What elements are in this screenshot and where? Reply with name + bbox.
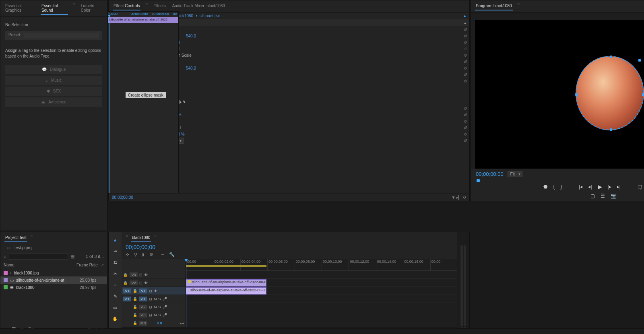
track-label[interactable]: A2 (139, 305, 147, 309)
position-y[interactable]: 540.0 (186, 34, 206, 38)
tag-ambience-button[interactable]: ⛰Ambience (5, 97, 102, 107)
bin-icon[interactable]: ▤ (70, 254, 74, 259)
tab-essential-graphics[interactable]: Essential Graphics (4, 2, 36, 15)
tab-audio-mixer[interactable]: Audio Track Mixer: black1080 (171, 2, 226, 10)
src-v1[interactable]: V1 (123, 289, 131, 293)
track-a2[interactable]: 🔒A2⊟MS🎤 (122, 303, 186, 311)
ec-collapse-icon[interactable]: ▴ (464, 21, 466, 25)
step-fwd-button[interactable]: |▸ (608, 184, 611, 190)
hand-tool[interactable]: ✋ (111, 315, 119, 322)
mic-icon[interactable]: 🎤 (163, 297, 167, 301)
tab-essential-sound[interactable]: Essential Sound (41, 2, 68, 15)
project-search-input[interactable] (9, 253, 68, 260)
track-v3[interactable]: 🔒V3⊟👁 (122, 271, 186, 279)
reset-icon[interactable]: ↺ (464, 119, 467, 124)
link-button[interactable]: ⚲ (134, 252, 137, 257)
reset-icon[interactable]: ↺ (464, 53, 467, 58)
camera-icon[interactable]: 📷 (611, 193, 617, 199)
track-select-tool[interactable]: ⇥ (111, 247, 119, 255)
slip-tool[interactable]: ↔ (111, 281, 119, 289)
track-label[interactable]: V3 (130, 272, 138, 277)
track-label[interactable]: V2 (130, 280, 138, 285)
timeline-ruler[interactable]: 00;00 00;00;02;00 00;00;04;00 00;00;06;0… (186, 259, 457, 271)
reset-icon[interactable]: ↺ (464, 126, 467, 130)
sync-icon[interactable]: ⊟ (139, 281, 142, 285)
lock-icon[interactable]: 🔒 (123, 281, 128, 285)
reset-icon[interactable]: ↺ (464, 79, 467, 83)
mic-icon[interactable]: 🎤 (163, 305, 167, 309)
reset-icon[interactable]: ↺ (464, 132, 467, 136)
reset-icon[interactable]: ↺ (464, 106, 467, 111)
lock-icon[interactable]: 🔒 (133, 289, 138, 293)
timeline-content[interactable]: 00;00 00;00;02;00 00;00;04;00 00;00;06;0… (186, 259, 457, 327)
reset-icon[interactable]: ↺ (464, 34, 467, 38)
mark-in-button[interactable]: { (553, 184, 555, 190)
eye-icon[interactable]: 👁 (154, 289, 157, 293)
snap-button[interactable]: ⊹ (126, 252, 129, 257)
program-tc-left[interactable]: 00;00;00;00 (476, 171, 504, 177)
reset-icon[interactable]: ↺ (464, 138, 467, 143)
proxies-button[interactable]: ☰ (601, 193, 605, 199)
ec-playhead[interactable] (109, 17, 109, 193)
work-area-bar[interactable] (186, 265, 266, 267)
mark-out-button[interactable]: } (560, 184, 562, 190)
reset-icon[interactable]: ↺ (464, 113, 467, 117)
mic-icon[interactable]: 🎤 (163, 313, 167, 317)
pen-tool[interactable]: ✎ (111, 293, 119, 300)
goto-in-button[interactable]: |◂ (579, 184, 582, 190)
ellipse-mask-overlay[interactable] (576, 56, 644, 130)
lock-icon[interactable]: 🔒 (133, 305, 138, 309)
col-name[interactable]: Name (4, 263, 76, 267)
track-mix[interactable]: 🔒Mix0.0▸◂ (122, 319, 186, 327)
ec-mini-timeline[interactable]: 00;00 00;00;02;00 00;00;04;00 00 silhoue… (108, 11, 179, 193)
lock-icon[interactable]: 🔒 (133, 321, 138, 325)
play-button[interactable]: ▶ (598, 183, 602, 190)
project-item[interactable]: ▫black1000.jpg (0, 269, 107, 276)
ec-seq-clip[interactable]: silhouette-o... (200, 14, 224, 18)
clip-v1[interactable]: ▫ silhouette-of-an-airplane-at-take-off-… (186, 287, 266, 295)
goto-out-button[interactable]: ▸| (617, 184, 621, 190)
razor-tool[interactable]: ✂ (111, 270, 119, 277)
reset-icon[interactable]: ↺ (464, 66, 467, 70)
ec-mini-clip[interactable]: silhouette-of-an-airplane-at-take-off-20… (108, 17, 178, 23)
mask-handle[interactable] (642, 93, 644, 96)
selection-tool[interactable]: ▲ (111, 236, 119, 243)
project-item[interactable]: ☰black1080 29.97 fps (0, 284, 107, 291)
ripple-tool[interactable]: ⇆ (111, 259, 119, 266)
sync-icon[interactable]: ⊟ (149, 289, 152, 293)
reset-icon[interactable]: ↺ (464, 40, 467, 45)
preset-dropdown[interactable] (24, 33, 99, 38)
tag-sfx-button[interactable]: ✱SFX (5, 87, 102, 96)
col-framerate[interactable]: Frame Rate (76, 263, 101, 267)
tab-program[interactable]: Program: black1080 (475, 2, 513, 10)
reset-icon[interactable]: ↺ (464, 72, 467, 77)
track-label[interactable]: A3 (139, 313, 147, 318)
mix-value[interactable]: 0.0 (157, 321, 162, 325)
playhead[interactable] (186, 259, 186, 327)
reset-icon[interactable]: ↺ (464, 60, 467, 64)
tab-project[interactable]: Project: test (4, 234, 27, 242)
sync-icon[interactable]: ⊟ (149, 297, 152, 301)
tag-music-button[interactable]: ♪Music (5, 76, 102, 85)
lock-icon[interactable]: 🔒 (133, 297, 138, 301)
mask-handle[interactable] (638, 59, 641, 62)
sync-icon[interactable]: ⊟ (149, 305, 152, 309)
track-v1[interactable]: V1🔒V1⊟👁 (122, 287, 186, 295)
tab-effects[interactable]: Effects (153, 2, 166, 10)
program-canvas[interactable] (475, 20, 644, 169)
timeline-timecode[interactable]: 00;00;00;00 (126, 244, 155, 250)
lock-icon[interactable]: 🔒 (123, 273, 128, 277)
lift-button[interactable]: ⬚̩ (638, 184, 642, 190)
timeline-tab[interactable]: black1080 (131, 234, 151, 242)
settings-button[interactable]: ⚙ (149, 252, 153, 257)
safe-margins-button[interactable]: ▢ (590, 193, 595, 199)
sync-icon[interactable]: ⊟ (139, 273, 142, 277)
track-v2[interactable]: 🔒V2⊟👁 (122, 279, 186, 287)
tag-dialogue-button[interactable]: 💬Dialogue (5, 65, 102, 74)
project-item[interactable]: ▭silhouette-of-an-airplane-at 25.00 fps (0, 276, 107, 284)
src-a1[interactable]: A1 (123, 297, 131, 301)
step-back-button[interactable]: ◂| (588, 184, 592, 190)
marker-button[interactable]: ◗ (142, 252, 144, 257)
track-label[interactable]: A1 (139, 297, 147, 301)
eye-icon[interactable]: 👁 (144, 273, 148, 277)
